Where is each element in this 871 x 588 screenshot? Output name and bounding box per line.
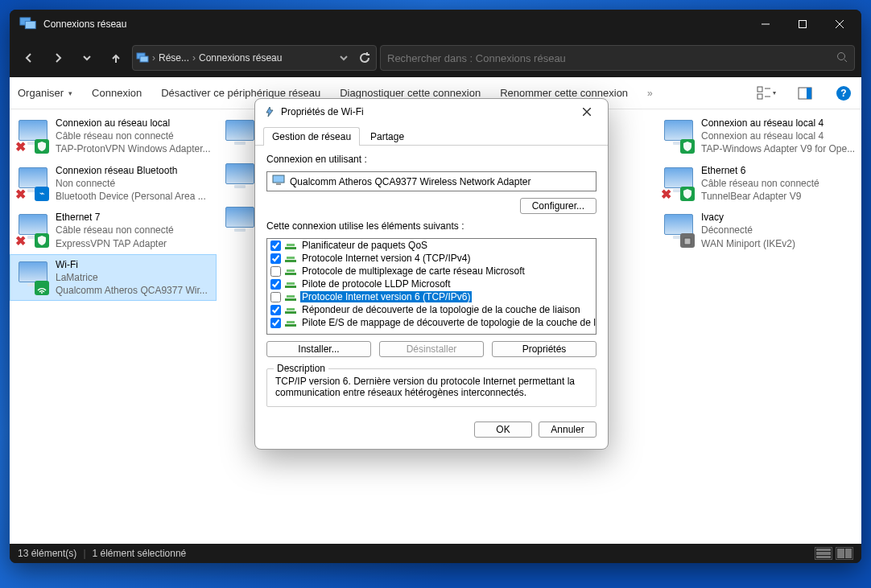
recent-dropdown[interactable] — [74, 45, 100, 71]
connection-item[interactable]: Wi-FiLaMatriceQualcomm Atheros QCA9377 W… — [10, 254, 217, 302]
element-checkbox[interactable] — [270, 266, 281, 277]
svg-rect-3 — [799, 21, 807, 28]
toolbar-overflow[interactable]: » — [647, 88, 653, 99]
network-element-item[interactable]: Répondeur de découverte de la topologie … — [267, 303, 596, 316]
connection-item[interactable]: Connexion au réseau local 4Connexion au … — [655, 113, 861, 160]
maximize-button[interactable] — [784, 11, 821, 37]
element-checkbox[interactable] — [270, 305, 281, 315]
element-label: Planificateur de paquets QoS — [300, 240, 429, 251]
connection-menu[interactable]: Connexion — [92, 87, 142, 99]
element-checkbox[interactable] — [270, 292, 281, 302]
dialog-icon — [263, 105, 276, 118]
svg-rect-34 — [287, 308, 295, 310]
connection-text: Ethernet 7Câble réseau non connectéExpre… — [56, 211, 211, 250]
svg-line-10 — [844, 60, 847, 62]
tab-network-management[interactable]: Gestion de réseau — [263, 127, 360, 146]
svg-rect-25 — [285, 260, 296, 262]
ok-button[interactable]: OK — [474, 421, 532, 438]
svg-rect-27 — [285, 273, 296, 275]
large-icons-view-icon[interactable] — [836, 547, 853, 560]
connection-status: Non connecté — [56, 177, 211, 190]
connection-status: Câble réseau non connecté — [56, 130, 211, 142]
wifi-properties-dialog: Propriétés de Wi-Fi Gestion de réseau Pa… — [254, 98, 609, 450]
up-button[interactable] — [103, 45, 129, 71]
element-label: Protocole de multiplexage de carte résea… — [300, 265, 526, 277]
connection-icon — [222, 204, 258, 239]
details-view-icon[interactable] — [815, 547, 832, 560]
preview-pane-icon[interactable] — [795, 84, 815, 103]
svg-rect-21 — [273, 175, 284, 183]
connection-device: Qualcomm Atheros QCA9377 Wir... — [56, 284, 211, 297]
refresh-button[interactable] — [357, 50, 373, 66]
connection-name: Ethernet 6 — [701, 164, 856, 177]
configure-button[interactable]: Configurer... — [520, 198, 596, 214]
element-checkbox[interactable] — [270, 241, 281, 251]
uninstall-button[interactable]: Désinstaller — [379, 341, 484, 357]
connection-text: Connexion réseau BluetoothNon connectéBl… — [56, 164, 211, 204]
elements-label: Cette connexion utilise les éléments sui… — [266, 220, 596, 232]
network-element-item[interactable]: Pilote de protocole LLDP Microsoft — [267, 278, 596, 290]
forward-button[interactable] — [45, 45, 71, 71]
network-element-item[interactable]: Protocole de multiplexage de carte résea… — [267, 265, 596, 278]
connection-icon — [661, 117, 696, 152]
element-label: Répondeur de découverte de la topologie … — [300, 304, 582, 315]
close-button[interactable] — [821, 11, 858, 37]
element-label: Pilote E/S de mappage de découverte de t… — [300, 317, 596, 328]
breadcrumb-seg-1[interactable]: Rése... — [159, 52, 189, 64]
element-checkbox[interactable] — [270, 279, 281, 290]
connection-name: Connexion au réseau local — [56, 117, 211, 130]
svg-rect-12 — [757, 94, 762, 99]
breadcrumb-seg-2[interactable]: Connexions réseau — [199, 52, 282, 64]
connection-status: Déconnecté — [701, 224, 856, 236]
organize-menu[interactable]: Organiser — [18, 87, 72, 99]
element-checkbox[interactable] — [270, 253, 281, 264]
window-icon — [19, 17, 37, 31]
diagnose-connection[interactable]: Diagnostiquer cette connexion — [340, 87, 481, 99]
connection-item[interactable]: ✖Ethernet 7Câble réseau non connectéExpr… — [10, 207, 217, 254]
search-input[interactable] — [387, 52, 836, 64]
network-element-item[interactable]: Protocole Internet version 4 (TCP/IPv4) — [267, 252, 596, 265]
element-checkbox[interactable] — [270, 318, 281, 328]
element-label: Pilote de protocole LLDP Microsoft — [300, 278, 452, 290]
properties-button[interactable]: Propriétés — [492, 341, 596, 357]
help-icon[interactable]: ? — [834, 84, 853, 103]
svg-rect-29 — [285, 286, 296, 288]
connection-item[interactable]: ✖Ethernet 6Câble réseau non connectéTunn… — [655, 160, 861, 208]
install-button[interactable]: Installer... — [266, 341, 371, 357]
view-options-icon[interactable]: ▾ — [757, 84, 776, 103]
protocol-icon — [284, 278, 297, 290]
search-box[interactable] — [380, 45, 855, 71]
status-count: 13 élément(s) — [18, 548, 76, 559]
connection-icon — [661, 211, 696, 246]
svg-rect-26 — [287, 257, 295, 259]
cancel-button[interactable]: Annuler — [539, 421, 596, 438]
svg-point-9 — [838, 52, 845, 60]
search-icon — [836, 51, 848, 65]
network-element-item[interactable]: Protocole Internet version 6 (TCP/IPv6) — [267, 290, 596, 303]
dialog-close-button[interactable] — [571, 101, 603, 123]
disable-device[interactable]: Désactiver ce périphérique réseau — [161, 87, 320, 99]
protocol-icon — [284, 304, 297, 315]
svg-rect-16 — [807, 88, 811, 99]
connection-device: WAN Miniport (IKEv2) — [701, 237, 856, 250]
rename-connection[interactable]: Renommer cette connexion — [500, 87, 628, 99]
connection-item[interactable]: IvacyDéconnectéWAN Miniport (IKEv2) — [655, 207, 861, 254]
svg-rect-24 — [287, 244, 295, 246]
connection-status: Connexion au réseau local 4 — [701, 130, 856, 142]
protocol-icon — [284, 253, 297, 264]
connection-item[interactable]: ✖⌁Connexion réseau BluetoothNon connecté… — [10, 160, 217, 208]
connection-item[interactable]: ✖Connexion au réseau localCâble réseau n… — [10, 113, 217, 160]
address-dropdown[interactable] — [336, 50, 352, 66]
network-elements-list[interactable]: Planificateur de paquets QoSProtocole In… — [266, 238, 596, 335]
network-element-item[interactable]: Planificateur de paquets QoS — [267, 239, 596, 252]
minimize-button[interactable] — [747, 11, 784, 37]
tab-sharing[interactable]: Partage — [361, 127, 413, 146]
connection-status: LaMatrice — [56, 271, 211, 284]
description-text: TCP/IP version 6. Dernière version du pr… — [275, 376, 588, 398]
connection-icon: ✖ — [661, 164, 696, 199]
svg-rect-31 — [285, 298, 296, 301]
svg-rect-32 — [287, 295, 295, 298]
back-button[interactable] — [16, 45, 42, 71]
network-element-item[interactable]: Pilote E/S de mappage de découverte de t… — [267, 316, 596, 329]
address-bar[interactable]: › Rése... › Connexions réseau — [132, 45, 377, 71]
